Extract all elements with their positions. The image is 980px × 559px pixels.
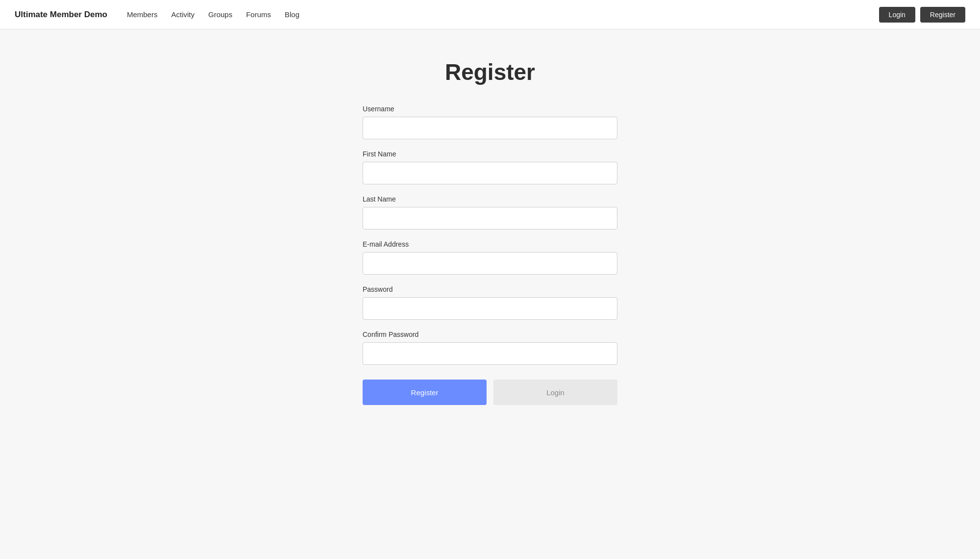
lastname-input[interactable] [363,207,617,229]
nav-item-members[interactable]: Members [127,10,158,19]
form-group-username: Username [363,105,617,139]
form-actions: Register Login [363,380,617,405]
form-group-confirm-password: Confirm Password [363,330,617,365]
nav-item-forums[interactable]: Forums [246,10,271,19]
register-form: Username First Name Last Name E-mail Add… [363,105,617,405]
nav-item-blog[interactable]: Blog [285,10,299,19]
site-title: Ultimate Member Demo [15,10,107,20]
site-header: Ultimate Member Demo Members Activity Gr… [0,0,980,29]
username-input[interactable] [363,117,617,139]
label-firstname: First Name [363,150,617,158]
label-confirm-password: Confirm Password [363,330,617,338]
header-login-button[interactable]: Login [879,7,915,23]
page-title: Register [363,59,617,85]
header-left: Ultimate Member Demo Members Activity Gr… [15,10,299,20]
email-input[interactable] [363,252,617,275]
label-email: E-mail Address [363,240,617,248]
form-group-lastname: Last Name [363,195,617,229]
password-input[interactable] [363,297,617,320]
label-lastname: Last Name [363,195,617,203]
register-submit-button[interactable]: Register [363,380,487,405]
main-content: Register Username First Name Last Name E… [0,29,980,444]
label-username: Username [363,105,617,113]
nav-item-groups[interactable]: Groups [208,10,232,19]
header-right: Login Register [879,7,965,23]
register-container: Register Username First Name Last Name E… [363,59,617,405]
label-password: Password [363,285,617,293]
form-group-email: E-mail Address [363,240,617,275]
main-nav: Members Activity Groups Forums Blog [127,10,299,19]
login-redirect-button[interactable]: Login [493,380,617,405]
nav-item-activity[interactable]: Activity [171,10,195,19]
form-group-firstname: First Name [363,150,617,184]
confirm-password-input[interactable] [363,342,617,365]
header-register-button[interactable]: Register [920,7,965,23]
form-group-password: Password [363,285,617,320]
firstname-input[interactable] [363,162,617,184]
